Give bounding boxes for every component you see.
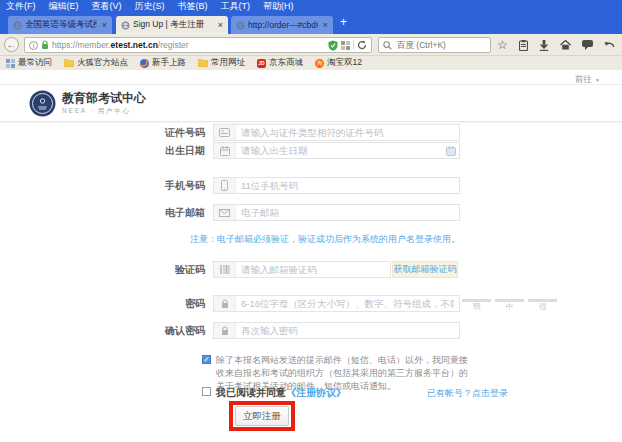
verification-code-field[interactable]	[213, 261, 391, 278]
mobile-input[interactable]	[236, 178, 459, 193]
translate-grid-icon[interactable]	[341, 41, 350, 50]
email-field[interactable]	[213, 204, 460, 221]
verification-code-input[interactable]	[236, 262, 390, 277]
jd-icon: JD	[257, 59, 266, 68]
reload-icon[interactable]	[357, 40, 367, 50]
bookmark-taobao-12[interactable]: 淘 淘宝双12	[315, 57, 362, 69]
close-tab-icon[interactable]: ×	[216, 21, 223, 30]
bookmark-label: 最常访问	[18, 57, 52, 69]
password-input[interactable]	[236, 296, 459, 311]
strength-label-medium: 中	[495, 302, 524, 312]
menu-history[interactable]: 历史(S)	[135, 0, 165, 13]
get-email-code-button[interactable]: 获取邮箱验证码	[392, 261, 458, 278]
bookmark-firefox-official[interactable]: 火狐官方站点	[64, 57, 128, 69]
taobao-icon: 淘	[315, 59, 324, 68]
label-mobile: 手机号码	[130, 177, 205, 194]
id-number-input[interactable]	[236, 125, 459, 140]
email-note: 注意：电子邮箱必须验证，验证成功后作为系统的用户名登录使用。	[160, 233, 490, 246]
registration-agreement-link[interactable]: 《注册协议》	[286, 387, 346, 398]
label-birth-date: 出生日期	[130, 142, 205, 159]
back-button[interactable]: ←	[4, 37, 19, 52]
id-number-field[interactable]	[213, 124, 460, 141]
home-icon[interactable]	[560, 40, 571, 50]
page-info-icon[interactable]: i	[29, 41, 38, 50]
url-bar[interactable]: i https://member.etest.net.cn/register	[24, 37, 372, 53]
chevron-down-icon: ▼	[595, 77, 600, 83]
label-id-number: 证件号码	[130, 124, 205, 141]
datepicker-icon[interactable]	[443, 143, 459, 158]
site-header: 教育部考试中心 NEEA · 用户中心	[0, 84, 622, 122]
folder-icon	[198, 59, 208, 67]
bookmark-label: 火狐官方站点	[77, 57, 128, 69]
tab-pets-registration-site[interactable]: 全国英语等级考试报名网 ×	[8, 16, 112, 34]
browser-window: 文件(F) 编辑(E) 查看(V) 历史(S) 书签(B) 工具(T) 帮助(H…	[0, 0, 622, 442]
page-content: 前往 ▼ 教育部考试中心 NEEA · 用户中心 证件号码 出生日期	[0, 70, 622, 442]
menu-tools[interactable]: 工具(T)	[221, 0, 251, 13]
password-field[interactable]	[213, 295, 460, 312]
globe-favicon-icon	[121, 21, 130, 30]
search-icon	[383, 41, 392, 50]
page-subtitle: NEEA · 用户中心	[62, 107, 131, 116]
tab-order-page[interactable]: http://order—#cbd#knight ×	[231, 16, 333, 34]
tab-title: http://order—#cbd#knight	[248, 20, 318, 30]
annotation-red-box: 立即注册	[229, 401, 295, 431]
register-now-button[interactable]: 立即注册	[235, 406, 289, 426]
bookmark-jd-mall[interactable]: JD 京东商城	[257, 57, 303, 69]
id-card-icon	[214, 125, 236, 140]
bookmark-label: 淘宝双12	[327, 57, 362, 69]
login-link[interactable]: 已有帐号？点击登录	[427, 387, 508, 400]
email-input[interactable]	[236, 205, 459, 220]
menu-bookmarks[interactable]: 书签(B)	[178, 0, 208, 13]
bookmark-label: 常用网址	[211, 57, 245, 69]
tab-title: Sign Up | 考生注册	[133, 19, 213, 31]
bookmark-label: 京东商城	[269, 57, 303, 69]
agreement-text: 我已阅读并同意《注册协议》	[216, 386, 346, 400]
label-confirm-password: 确认密码	[130, 322, 205, 339]
new-tab-button[interactable]: +	[340, 15, 347, 29]
bookmark-star-icon[interactable]: ☆	[497, 39, 508, 51]
feedback-bubble-icon[interactable]	[582, 40, 593, 50]
tab-signup-register[interactable]: Sign Up | 考生注册 ×	[116, 16, 228, 34]
close-tab-icon[interactable]: ×	[321, 21, 328, 30]
firefox-icon	[140, 59, 149, 68]
folder-icon	[64, 59, 74, 67]
menu-view[interactable]: 查看(V)	[92, 0, 122, 13]
globe-favicon-icon	[13, 21, 22, 30]
menu-edit[interactable]: 编辑(E)	[49, 0, 79, 13]
page-title: 教育部考试中心	[62, 90, 146, 107]
menu-help[interactable]: 帮助(H)	[263, 0, 294, 13]
tab-bar: 全国英语等级考试报名网 × Sign Up | 考生注册 × http://or…	[0, 13, 622, 34]
menu-file[interactable]: 文件(F)	[6, 0, 36, 13]
confirm-password-field[interactable]	[213, 322, 460, 339]
close-tab-icon[interactable]: ×	[100, 21, 107, 30]
agreement-checkbox[interactable]	[202, 387, 211, 396]
bookmark-getting-started[interactable]: 新手上路	[140, 57, 186, 69]
calendar-icon	[214, 143, 236, 158]
grid-icon	[6, 59, 15, 68]
envelope-icon	[214, 205, 236, 220]
bookmarks-bar: 最常访问 火狐官方站点 新手上路 常用网址 JD 京东商城 淘 淘宝双12	[0, 56, 622, 70]
downloads-icon[interactable]	[539, 40, 549, 51]
birth-date-input[interactable]	[236, 143, 443, 158]
lock-icon	[214, 323, 236, 338]
menu-bar: 文件(F) 编辑(E) 查看(V) 历史(S) 书签(B) 工具(T) 帮助(H…	[0, 0, 622, 13]
search-bar[interactable]	[378, 37, 491, 53]
url-text: https://member.etest.net.cn/register	[52, 40, 325, 50]
bookmark-most-visited[interactable]: 最常访问	[6, 57, 52, 69]
bookmark-label: 新手上路	[152, 57, 186, 69]
mobile-field[interactable]	[213, 177, 460, 194]
search-input[interactable]	[395, 39, 486, 51]
toolbar-icons: ☆ ▼	[497, 37, 622, 53]
phone-icon	[214, 178, 236, 193]
password-strength-meter: 弱 中 强	[462, 299, 562, 312]
bookmark-common-sites[interactable]: 常用网址	[198, 57, 245, 69]
confirm-password-input[interactable]	[236, 323, 459, 338]
neea-logo	[29, 90, 56, 117]
strength-label-weak: 弱	[462, 302, 491, 312]
undo-history-icon[interactable]	[604, 41, 615, 50]
bookmarks-menu-icon[interactable]	[519, 40, 528, 51]
label-email: 电子邮箱	[130, 204, 205, 221]
security-shield-icon[interactable]	[328, 40, 338, 51]
birth-date-field[interactable]	[213, 142, 460, 159]
notify-consent-checkbox[interactable]: ✓	[202, 355, 211, 364]
